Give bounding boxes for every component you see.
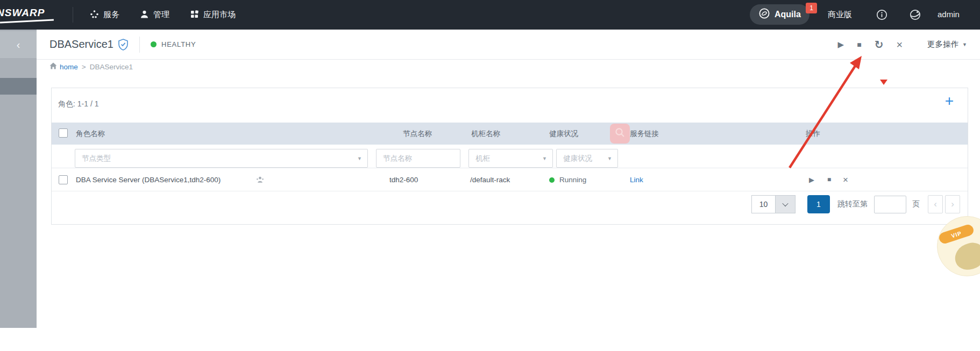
stop-service-button[interactable]: ■ xyxy=(857,41,861,48)
node-type-placeholder: 节点类型 xyxy=(82,154,357,163)
delete-service-button[interactable]: × xyxy=(896,39,903,50)
search-icon xyxy=(614,127,626,141)
node-name-cell: tdh2-600 xyxy=(389,168,418,191)
username[interactable]: admin xyxy=(938,10,960,19)
services-icon xyxy=(90,10,99,20)
chevron-down-icon: ▼ xyxy=(542,156,547,161)
app-window: NSWARP 服务 管理 应用市场 xyxy=(0,0,980,351)
page-title: DBAService1 xyxy=(49,38,113,51)
vip-badge[interactable]: VIP xyxy=(937,216,980,276)
health-status-label: HEALTHY xyxy=(161,40,196,48)
role-name-cell: DBA Service Server (DBAService1,tdh2-600… xyxy=(76,168,221,191)
filter-row: 节点类型 ▼ 机柜 ▼ 健康状况 ▼ xyxy=(52,145,968,168)
health-status-cell: Running xyxy=(559,168,586,191)
service-link[interactable]: Link xyxy=(630,168,643,191)
aquila-label: Aquila xyxy=(775,10,801,19)
annotation-triangle xyxy=(880,80,887,85)
breadcrumb-separator: > xyxy=(82,63,86,71)
nav-item-appmarket[interactable]: 应用市场 xyxy=(190,10,236,20)
sidebar-collapse-button[interactable]: ‹ xyxy=(0,31,37,58)
breadcrumb: home > DBAService1 xyxy=(49,62,133,71)
more-actions-button[interactable]: 更多操作 ▼ xyxy=(927,39,967,49)
rack-placeholder: 机柜 xyxy=(475,154,542,163)
node-type-select[interactable]: 节点类型 ▼ xyxy=(75,149,368,168)
chevron-down-icon: ▼ xyxy=(962,42,967,47)
col-operations[interactable]: 操作 xyxy=(806,123,820,145)
page-header: DBAService1 HEALTHY ▶ ■ ↻ × 更多操作 ▼ xyxy=(37,30,980,60)
row-checkbox[interactable] xyxy=(59,175,68,184)
restart-service-button[interactable]: ↻ xyxy=(875,39,884,50)
home-icon xyxy=(49,62,57,71)
globe-icon[interactable] xyxy=(910,9,921,23)
table-row: DBA Service Server (DBAService1,tdh2-600… xyxy=(52,168,968,191)
nav-item-label: 管理 xyxy=(153,10,169,20)
vip-ribbon-graphic xyxy=(952,240,980,273)
role-type-icon xyxy=(256,176,264,186)
jump-page-input[interactable] xyxy=(874,196,906,213)
breadcrumb-current: DBAService1 xyxy=(90,63,133,71)
nav-item-label: 服务 xyxy=(103,10,119,20)
select-all-checkbox[interactable] xyxy=(59,128,68,138)
more-actions-label: 更多操作 xyxy=(927,39,958,49)
nav-right-cluster: Aquila 1 商业版 admin xyxy=(749,0,980,30)
col-node-name[interactable]: 节点名称 xyxy=(403,123,432,145)
rack-select[interactable]: 机柜 ▼ xyxy=(468,149,553,168)
rack-name-cell: /default-rack xyxy=(470,168,510,191)
nav-divider xyxy=(73,7,73,23)
nav-item-management[interactable]: 管理 xyxy=(140,10,169,20)
col-role-name[interactable]: 角色名称 xyxy=(76,123,105,145)
grid-icon xyxy=(190,10,199,20)
info-icon[interactable] xyxy=(876,9,887,23)
col-health[interactable]: 健康状况 xyxy=(549,123,578,145)
health-status-dot xyxy=(151,41,157,47)
jump-label-suffix: 页 xyxy=(912,199,920,209)
logo-swoosh xyxy=(0,19,54,23)
aquila-logo-icon xyxy=(758,8,770,22)
shield-icon[interactable] xyxy=(118,39,129,51)
header-divider xyxy=(139,37,140,53)
start-service-button[interactable]: ▶ xyxy=(838,40,844,48)
user-icon xyxy=(140,10,149,20)
aquila-button[interactable]: Aquila 1 xyxy=(750,4,809,25)
nav-item-services[interactable]: 服务 xyxy=(90,10,119,20)
prev-page-button[interactable]: ‹ xyxy=(928,195,943,213)
edition-label[interactable]: 商业版 xyxy=(828,10,852,20)
vip-label: VIP xyxy=(950,230,963,239)
collapse-chevron-icon: ‹ xyxy=(17,39,20,51)
page-button-1[interactable]: 1 xyxy=(807,195,830,213)
health-dot xyxy=(549,177,555,183)
roles-count: 角色: 1-1 / 1 xyxy=(58,99,98,109)
jump-label-prefix: 跳转至第 xyxy=(837,199,868,209)
health-select[interactable]: 健康状况 ▼ xyxy=(556,149,618,168)
roles-count-value: 1-1 / 1 xyxy=(77,99,99,108)
chevron-down-icon xyxy=(782,200,788,206)
nav-menu: 服务 管理 应用市场 xyxy=(90,0,236,30)
page-size-caret-button[interactable] xyxy=(776,195,796,213)
vip-ribbon-icon: VIP xyxy=(938,223,975,245)
breadcrumb-home-link[interactable]: home xyxy=(60,63,78,71)
roles-panel: 角色: 1-1 / 1 + 角色名称 节点名称 机柜名称 健康状况 服务链接 操… xyxy=(51,88,968,225)
table-header-row: 角色名称 节点名称 机柜名称 健康状况 服务链接 操作 xyxy=(52,123,968,145)
chevron-down-icon: ▼ xyxy=(357,156,362,161)
top-navbar: NSWARP 服务 管理 应用市场 xyxy=(0,0,980,30)
sidebar-active-item[interactable] xyxy=(0,78,37,95)
search-highlight[interactable] xyxy=(610,124,630,144)
transwarp-logo[interactable]: NSWARP xyxy=(0,7,45,19)
nav-item-label: 应用市场 xyxy=(203,10,236,20)
roles-count-label: 角色: xyxy=(58,99,75,108)
next-page-button[interactable]: › xyxy=(945,195,960,213)
health-placeholder: 健康状况 xyxy=(563,154,607,163)
row-delete-button[interactable]: × xyxy=(843,168,848,191)
notification-badge: 1 xyxy=(806,3,817,13)
col-service-link[interactable]: 服务链接 xyxy=(630,123,659,145)
node-name-filter-input[interactable] xyxy=(376,149,460,168)
row-start-button[interactable]: ▶ xyxy=(809,168,814,191)
add-role-button[interactable]: + xyxy=(945,94,954,109)
row-stop-button[interactable]: ■ xyxy=(827,168,831,191)
page-size-select[interactable]: 10 xyxy=(751,195,776,213)
col-rack-name[interactable]: 机柜名称 xyxy=(471,123,500,145)
chevron-down-icon: ▼ xyxy=(607,156,612,161)
sidebar: ‹ xyxy=(0,30,37,328)
pagination: 10 1 跳转至第 页 ‹ › xyxy=(751,195,960,214)
